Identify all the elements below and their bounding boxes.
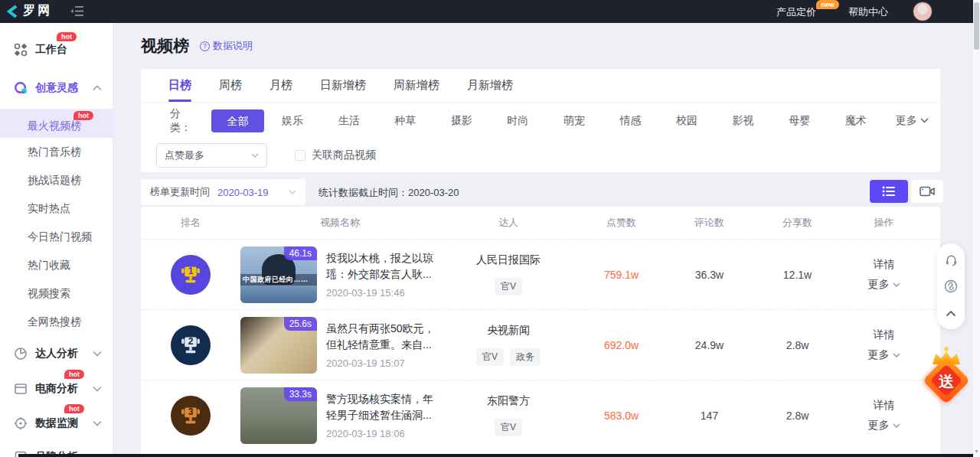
sidebar-item-creative[interactable]: 创意灵感: [0, 75, 113, 101]
talent-name[interactable]: 人民日报国际: [439, 253, 577, 267]
category-item[interactable]: 校园: [658, 114, 715, 128]
category-item[interactable]: 萌宠: [546, 114, 603, 128]
update-date-picker[interactable]: 榜单更新时间 2020-03-19: [141, 179, 305, 205]
more-link[interactable]: 更多: [868, 419, 900, 433]
more-link[interactable]: 更多: [868, 348, 900, 362]
scrollbar-down-arrow[interactable]: ▼: [974, 449, 979, 454]
detail-link[interactable]: 详情: [874, 328, 895, 342]
user-avatar[interactable]: [913, 2, 933, 21]
update-date-value: 2020-03-19: [217, 187, 269, 198]
new-badge: new: [816, 0, 839, 9]
comments-count: 24.9w: [665, 339, 753, 351]
video-thumbnail[interactable]: 25.6s: [240, 317, 317, 374]
comments-count: 147: [665, 410, 753, 422]
video-camera-icon: [920, 186, 935, 197]
sidebar-item-challenge-topic-rank[interactable]: 挑战话题榜: [0, 166, 113, 194]
category-item[interactable]: 情感: [603, 114, 659, 128]
product-pricing-link[interactable]: 产品定价 new: [776, 5, 816, 19]
video-date: 2020-03-19 15:07: [326, 357, 439, 369]
back-to-top-icon[interactable]: [944, 306, 958, 320]
more-link[interactable]: 更多: [868, 278, 900, 292]
video-thumbnail[interactable]: 中国政府已经向…… 46.1s: [240, 246, 317, 303]
duration-badge: 25.6s: [284, 317, 317, 331]
detail-link[interactable]: 详情: [874, 399, 895, 413]
video-thumbnail[interactable]: 33.3s: [240, 387, 317, 444]
main-content: 视频榜 ? 数据说明 日榜 周榜 月榜 日新增榜 周新增榜 月新增榜 分类： 全…: [113, 23, 980, 457]
floating-toolbar: [937, 243, 965, 329]
sidebar-item-net-hot-search-rank[interactable]: 全网热搜榜: [0, 308, 113, 336]
video-title[interactable]: 警方现场核实案情，年轻男子细述暂住涵洞...: [326, 391, 439, 423]
related-goods-filter[interactable]: 关联商品视频: [295, 149, 376, 162]
vertical-scrollbar[interactable]: ▼: [973, 0, 980, 457]
rank-3-medal-icon: 3: [171, 396, 211, 436]
tab-monthly[interactable]: 月榜: [270, 69, 292, 102]
shares-count: 12.1w: [753, 269, 841, 281]
gift-promo-badge[interactable]: 送: [922, 345, 971, 406]
cutoff-time-text: 统计数据截止时间：2020-03-20: [318, 186, 459, 200]
table-row: 1 中国政府已经向…… 46.1s 投我以木桃，报之以琼瑶：外交部发言人耿...…: [141, 239, 940, 309]
logo[interactable]: 罗网: [6, 3, 52, 19]
sidebar-item-label: 数据监测: [35, 416, 78, 430]
scrollbar-thumb[interactable]: [974, 2, 979, 50]
horizontal-scrollbar[interactable]: [18, 454, 973, 457]
sidebar-item-label: 工作台: [35, 43, 67, 57]
category-item[interactable]: 娱乐: [264, 114, 321, 128]
data-note-link[interactable]: ? 数据说明: [200, 39, 253, 53]
talent-name[interactable]: 央视新闻: [439, 324, 577, 338]
chevron-down-icon: [893, 353, 900, 357]
sort-select[interactable]: 点赞最多: [156, 143, 267, 168]
tab-daily-new[interactable]: 日新增榜: [320, 69, 366, 102]
category-item[interactable]: 摄影: [433, 114, 490, 128]
likes-count: 583.0w: [577, 410, 665, 422]
filter-card: 日榜 周榜 月榜 日新增榜 周新增榜 月新增榜 分类： 全部 娱乐 生活 种草 …: [141, 69, 940, 172]
category-all-selected[interactable]: 全部: [211, 109, 265, 132]
sidebar-item-talent-analysis[interactable]: 达人分析: [0, 341, 113, 367]
category-item[interactable]: 魔术: [828, 114, 884, 128]
chevron-down-icon: [893, 423, 900, 428]
category-item[interactable]: 母婴: [771, 114, 828, 128]
chevron-down-icon: [893, 282, 900, 287]
table-row: 3 33.3s 警方现场核实案情，年轻男子细述暂住涵洞... 2020-03-1…: [141, 380, 940, 450]
category-label: 分类：: [170, 107, 202, 135]
sidebar-item-label: 创意灵感: [35, 81, 78, 95]
chevron-down-icon: [251, 153, 259, 158]
sidebar-item-today-hot-videos[interactable]: 今日热门视频: [0, 223, 113, 251]
customer-service-icon[interactable]: [944, 253, 958, 266]
sidebar-item-realtime-hotspot[interactable]: 实时热点: [0, 194, 113, 223]
detail-link[interactable]: 详情: [874, 258, 895, 272]
sidebar-item-ecommerce-analysis[interactable]: 电商分析 hot: [0, 376, 113, 402]
workbench-icon: [14, 43, 28, 57]
talent-badge: 官V: [495, 278, 522, 295]
shares-count: 2.8w: [753, 410, 841, 422]
app-root: 罗网 产品定价 new 帮助中心 工作台 hot: [0, 0, 980, 457]
category-item[interactable]: 时尚: [490, 114, 547, 128]
tab-weekly[interactable]: 周榜: [219, 69, 242, 102]
sidebar-item-hot-video-rank[interactable]: 最火视频榜 hot: [0, 109, 113, 138]
sidebar-item-data-monitor[interactable]: 数据监测 hot: [0, 410, 113, 436]
help-center-link[interactable]: 帮助中心: [848, 5, 888, 19]
list-icon: [882, 186, 896, 197]
category-item[interactable]: 影视: [715, 114, 772, 128]
sidebar-item-label: 达人分析: [35, 347, 78, 361]
sidebar-item-workbench[interactable]: 工作台 hot: [0, 37, 113, 63]
checkbox[interactable]: [295, 150, 305, 161]
tab-monthly-new[interactable]: 月新增榜: [467, 69, 513, 102]
tab-weekly-new[interactable]: 周新增榜: [394, 69, 439, 102]
category-item[interactable]: 种草: [377, 114, 433, 128]
sidebar-item-hot-music-rank[interactable]: 热门音乐榜: [0, 138, 113, 166]
category-more[interactable]: 更多: [884, 114, 941, 128]
video-view-button[interactable]: [911, 180, 943, 203]
video-title[interactable]: 投我以木桃，报之以琼瑶：外交部发言人耿...: [326, 250, 439, 282]
share-link-icon[interactable]: [944, 279, 958, 293]
talent-name[interactable]: 东阳警方: [439, 394, 577, 408]
video-title[interactable]: 虽然只有两张50欧元，但礼轻情意重。来自...: [326, 321, 439, 353]
page-title: 视频榜: [141, 35, 189, 57]
sidebar-item-hot-favorites[interactable]: 热门收藏: [0, 251, 113, 279]
list-view-button[interactable]: [870, 180, 908, 203]
sidebar-item-video-search[interactable]: 视频搜索: [0, 279, 113, 308]
chevron-down-icon: [93, 386, 102, 392]
tab-daily[interactable]: 日榜: [168, 69, 191, 102]
talent-badge: 官V: [495, 419, 522, 436]
category-item[interactable]: 生活: [321, 114, 377, 128]
sidebar-collapse-icon[interactable]: [70, 5, 84, 20]
